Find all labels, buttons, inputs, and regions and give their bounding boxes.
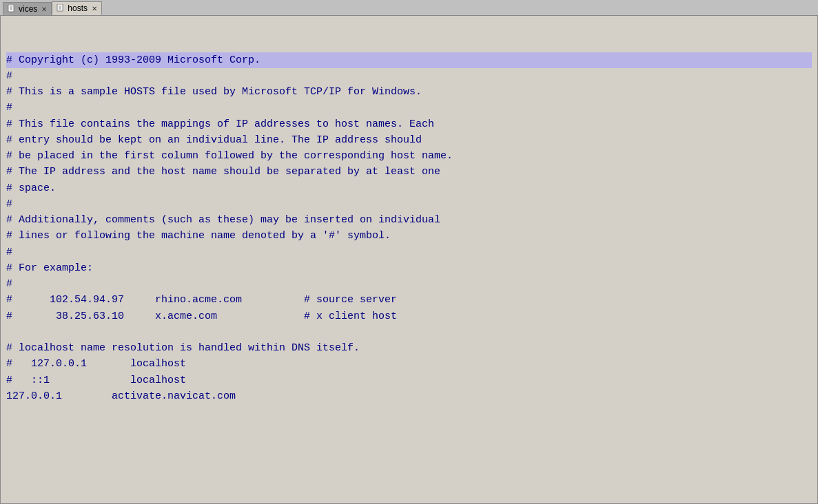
content-area: # Copyright (c) 1993-2009 Microsoft Corp…	[0, 15, 818, 504]
code-line: #	[6, 244, 812, 260]
code-line: # Additionally, comments (such as these)…	[6, 212, 812, 228]
code-line	[6, 324, 812, 340]
code-line: # lines or following the machine name de…	[6, 228, 812, 244]
tab-services-close[interactable]: ✕	[41, 6, 47, 13]
code-line: # be placed in the first column followed…	[6, 148, 812, 164]
code-line: #	[6, 68, 812, 84]
code-line: # 38.25.63.10 x.acme.com # x client host	[6, 308, 812, 324]
title-bar: vices ✕ hosts ✕	[0, 0, 818, 15]
document-icon	[8, 5, 16, 13]
code-line: # 127.0.0.1 localhost	[6, 356, 812, 372]
tab-hosts-label: hosts	[68, 3, 88, 13]
code-line: # The IP address and the host name shoul…	[6, 164, 812, 180]
document-icon-hosts	[57, 4, 65, 12]
tab-hosts-close[interactable]: ✕	[92, 5, 97, 12]
code-line: # For example:	[6, 260, 812, 276]
tab-hosts[interactable]: hosts ✕	[52, 1, 102, 15]
code-line: #	[6, 196, 812, 212]
code-line: 127.0.0.1 activate.navicat.com	[6, 388, 812, 404]
code-line: #	[6, 100, 812, 116]
tab-services[interactable]: vices ✕	[3, 2, 52, 16]
code-line: # space.	[6, 180, 812, 196]
code-line: # 102.54.94.97 rhino.acme.com # source s…	[6, 292, 812, 308]
code-line: # entry should be kept on an individual …	[6, 132, 812, 148]
code-line: # Copyright (c) 1993-2009 Microsoft Corp…	[6, 52, 812, 68]
code-line: # This is a sample HOSTS file used by Mi…	[6, 84, 812, 100]
code-line: # ::1 localhost	[6, 372, 812, 388]
code-editor[interactable]: # Copyright (c) 1993-2009 Microsoft Corp…	[1, 19, 817, 406]
code-line: # localhost name resolution is handled w…	[6, 340, 812, 356]
code-line: # This file contains the mappings of IP …	[6, 116, 812, 132]
tab-services-label: vices	[19, 4, 37, 14]
code-line: #	[6, 276, 812, 292]
